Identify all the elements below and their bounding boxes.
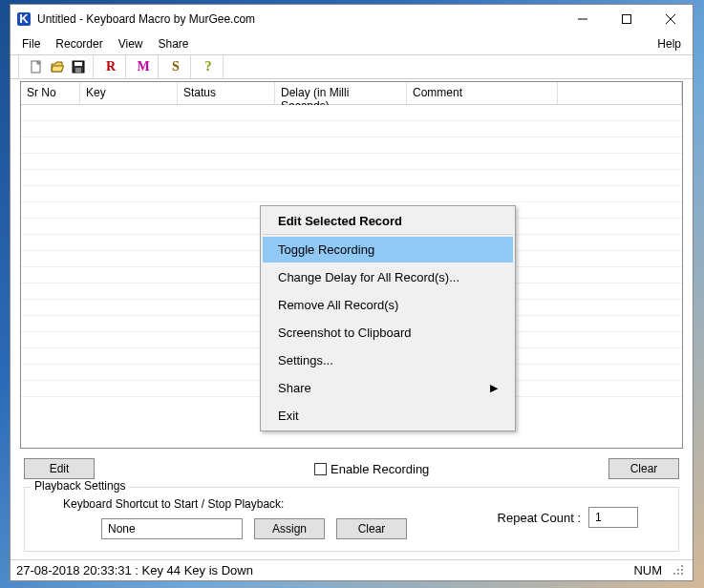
svg-rect-9	[75, 68, 81, 73]
ctx-item-label: Exit	[278, 409, 299, 423]
toolbar: R M S ?	[11, 54, 693, 79]
toolbar-separator	[158, 55, 161, 78]
context-menu-header: Edit Selected Record	[263, 208, 513, 235]
clear-button[interactable]: Clear	[608, 458, 679, 479]
help-q-button[interactable]: ?	[199, 57, 218, 76]
open-button[interactable]	[48, 57, 67, 76]
app-icon: K	[16, 11, 32, 27]
menu-recorder[interactable]: Recorder	[48, 35, 110, 52]
ctx-toggle-recording[interactable]: Toggle Recording	[263, 237, 513, 262]
shortcut-row: Assign Clear	[101, 518, 407, 539]
toolbar-separator	[93, 55, 96, 78]
grid-header: Sr No Key Status Delay (in Milli Seconds…	[21, 82, 682, 105]
column-delay[interactable]: Delay (in Milli Seconds)	[275, 82, 407, 104]
ctx-item-label: Settings...	[278, 353, 333, 368]
assign-button[interactable]: Assign	[254, 518, 325, 539]
window-controls	[561, 5, 693, 33]
table-row	[21, 170, 682, 186]
menu-view[interactable]: View	[111, 35, 151, 52]
shortcut-input[interactable]	[101, 518, 243, 539]
statusbar: 27-08-2018 20:33:31 : Key 44 Key is Down…	[11, 559, 693, 580]
svg-rect-11	[677, 569, 679, 571]
repeat-label: Repeat Count :	[498, 511, 581, 525]
ctx-settings[interactable]: Settings...	[263, 347, 513, 373]
status-num: NUM	[633, 563, 672, 578]
macro-m-button[interactable]: M	[134, 57, 153, 76]
titlebar: K Untitled - Keyboard Macro by MurGee.co…	[11, 5, 693, 33]
ctx-item-label: Remove All Record(s)	[278, 298, 398, 312]
table-row	[21, 186, 682, 202]
menu-help[interactable]: Help	[650, 35, 689, 52]
menubar: File Recorder View Share Help	[11, 33, 693, 54]
ctx-screenshot[interactable]: Screenshot to Clipboard	[263, 320, 513, 346]
repeat-count-input[interactable]	[588, 507, 638, 528]
playback-settings-group: Playback Settings Keyboard Shortcut to S…	[24, 487, 679, 552]
ctx-exit[interactable]: Exit	[263, 403, 513, 429]
table-row	[21, 121, 682, 137]
checkbox-icon	[314, 463, 327, 475]
ctx-remove-all[interactable]: Remove All Record(s)	[263, 292, 513, 318]
toolbar-separator	[223, 55, 226, 78]
svg-rect-14	[677, 573, 679, 575]
save-button[interactable]	[69, 57, 88, 76]
ctx-change-delay[interactable]: Change Delay for All Record(s)...	[263, 264, 513, 290]
svg-rect-13	[673, 573, 675, 575]
r-icon: R	[106, 59, 116, 74]
toolbar-separator	[190, 55, 194, 78]
svg-rect-15	[681, 573, 683, 575]
new-button[interactable]	[27, 57, 46, 76]
enable-recording-checkbox[interactable]: Enable Recording	[314, 462, 429, 476]
ctx-item-label: Screenshot to Clipboard	[278, 326, 411, 340]
minimize-button[interactable]	[561, 5, 605, 33]
column-blank	[558, 82, 682, 104]
svg-rect-12	[681, 569, 683, 571]
table-row	[21, 105, 682, 121]
edit-button[interactable]: Edit	[24, 458, 95, 479]
svg-rect-8	[75, 62, 82, 66]
submenu-arrow-icon: ▶	[490, 382, 498, 394]
shortcut-label: Keyboard Shortcut to Start / Stop Playba…	[63, 497, 407, 511]
close-button[interactable]	[649, 5, 693, 33]
playback-content: Keyboard Shortcut to Start / Stop Playba…	[36, 495, 667, 539]
ctx-share[interactable]: Share▶	[263, 375, 513, 401]
column-key[interactable]: Key	[80, 82, 178, 104]
enable-recording-label: Enable Recording	[331, 462, 429, 476]
question-icon: ?	[205, 59, 212, 74]
ctx-item-label: Change Delay for All Record(s)...	[278, 270, 459, 284]
s-icon: S	[172, 59, 180, 74]
table-row	[21, 154, 682, 170]
toolbar-grip	[18, 55, 22, 78]
column-comment[interactable]: Comment	[407, 82, 558, 104]
svg-rect-3	[623, 15, 631, 24]
toolbar-separator	[125, 55, 129, 78]
column-srno[interactable]: Sr No	[21, 82, 80, 104]
clear-shortcut-button[interactable]: Clear	[336, 518, 407, 539]
repeat-row: Repeat Count :	[498, 507, 638, 528]
column-status[interactable]: Status	[178, 82, 275, 104]
maximize-button[interactable]	[605, 5, 649, 33]
context-menu: Edit Selected Record Toggle Recording Ch…	[260, 205, 516, 431]
svg-rect-10	[681, 565, 683, 567]
playback-left: Keyboard Shortcut to Start / Stop Playba…	[36, 495, 407, 539]
table-row	[21, 137, 682, 154]
m-icon: M	[137, 59, 149, 74]
menu-file[interactable]: File	[14, 35, 48, 52]
ctx-item-label: Toggle Recording	[278, 242, 374, 257]
status-text: 27-08-2018 20:33:31 : Key 44 Key is Down	[16, 563, 253, 578]
window-title: Untitled - Keyboard Macro by MurGee.com	[37, 12, 561, 26]
stop-s-button[interactable]: S	[166, 57, 185, 76]
resize-grip-icon[interactable]	[672, 563, 687, 578]
record-r-button[interactable]: R	[101, 57, 120, 76]
svg-text:K: K	[19, 11, 29, 26]
ctx-item-label: Share	[278, 381, 311, 395]
menu-share[interactable]: Share	[151, 35, 197, 52]
playback-legend: Playback Settings	[31, 479, 129, 493]
